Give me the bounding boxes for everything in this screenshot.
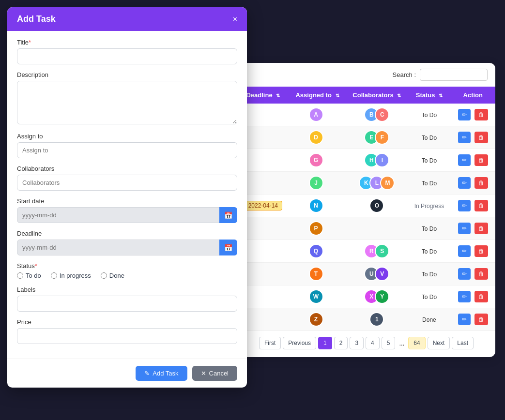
collaborators-label: Collaborators (17, 165, 237, 172)
title-label: Title* (17, 39, 237, 46)
price-group: Price (17, 318, 237, 344)
description-input[interactable] (17, 81, 237, 124)
deadline-wrapper: 📅 (17, 240, 237, 255)
status-group: Status* To do In progress Done (17, 262, 237, 279)
assign-to-input[interactable] (17, 142, 237, 158)
modal-overlay: Add Task × Title* Description Assign to … (0, 0, 505, 420)
labels-input[interactable] (17, 296, 237, 312)
start-date-wrapper: 📅 (17, 207, 237, 223)
status-todo-label[interactable]: To do (17, 272, 41, 279)
modal-footer: ✎ Add Task ✕ Cancel (7, 359, 247, 388)
labels-label: Labels (17, 286, 237, 293)
price-label: Price (17, 318, 237, 326)
deadline-picker-button[interactable]: 📅 (219, 240, 237, 255)
status-inprogress-label[interactable]: In progress (51, 272, 91, 279)
assign-to-group: Assign to (17, 133, 237, 158)
title-group: Title* (17, 39, 237, 64)
deadline-label: Deadline (17, 230, 237, 237)
cancel-label: Cancel (209, 370, 229, 377)
description-group: Description (17, 71, 237, 126)
status-todo-radio[interactable] (17, 272, 23, 279)
price-input[interactable] (17, 328, 237, 344)
start-date-picker-button[interactable]: 📅 (219, 207, 237, 223)
start-date-group: Start date 📅 (17, 197, 237, 223)
status-label: Status* (17, 262, 237, 270)
add-task-modal: Add Task × Title* Description Assign to … (7, 7, 247, 388)
start-date-input[interactable] (17, 207, 237, 223)
add-task-button[interactable]: ✎ Add Task (136, 366, 187, 381)
status-todo-text: To do (26, 272, 41, 279)
modal-body: Title* Description Assign to Collaborato… (7, 31, 247, 359)
modal-title: Add Task (17, 14, 56, 24)
deadline-input[interactable] (17, 240, 237, 255)
start-date-label: Start date (17, 197, 237, 205)
status-inprogress-radio[interactable] (51, 272, 57, 279)
labels-group: Labels (17, 286, 237, 312)
status-inprogress-text: In progress (60, 272, 91, 279)
status-done-text: Done (109, 272, 124, 279)
status-done-radio[interactable] (101, 272, 107, 279)
assign-to-label: Assign to (17, 133, 237, 140)
collaborators-group: Collaborators (17, 165, 237, 191)
modal-close-button[interactable]: × (233, 15, 237, 23)
status-radio-group: To do In progress Done (17, 272, 237, 279)
description-label: Description (17, 71, 237, 78)
status-done-label[interactable]: Done (101, 272, 124, 279)
deadline-group: Deadline 📅 (17, 230, 237, 255)
collaborators-input[interactable] (17, 175, 237, 191)
title-input[interactable] (17, 48, 237, 64)
cancel-button[interactable]: ✕ Cancel (192, 366, 237, 381)
add-task-icon: ✎ (144, 370, 150, 377)
cancel-icon: ✕ (201, 370, 206, 377)
add-task-label: Add Task (153, 370, 178, 377)
modal-header: Add Task × (7, 7, 247, 31)
